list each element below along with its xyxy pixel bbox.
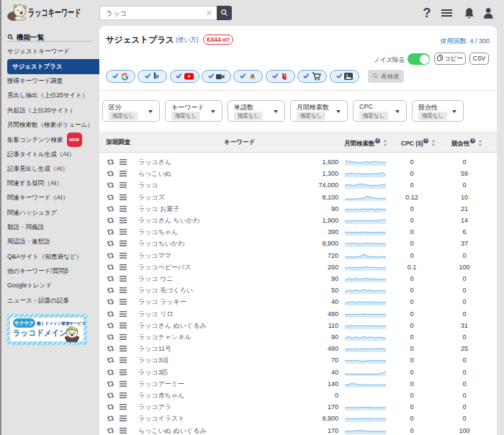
svg-text:?: ? [471,138,473,143]
svg-text:?: ? [376,138,378,143]
svg-text:?: ? [423,6,431,20]
svg-text:?: ? [425,138,427,143]
svg-text:a: a [251,72,255,79]
